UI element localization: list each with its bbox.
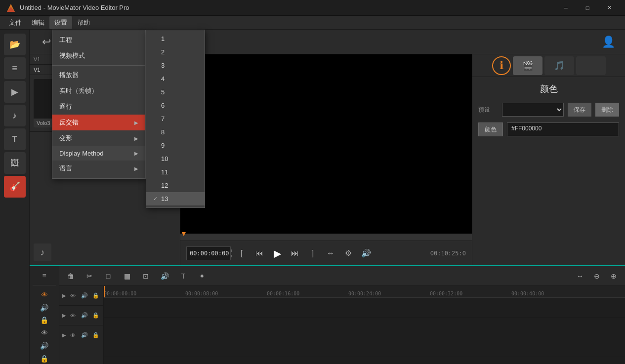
tl-copy-button[interactable]: □	[101, 269, 116, 283]
play-button[interactable]: ▶	[270, 246, 284, 260]
tl-fx-button[interactable]: ✦	[195, 269, 209, 283]
properties-panel: ℹ 🎬 🎵 颜色 预设 保存	[472, 54, 625, 265]
color-swatch-button[interactable]: 颜色	[478, 122, 503, 136]
preset-select[interactable]	[502, 103, 564, 117]
track-row-video-1[interactable]	[104, 298, 625, 318]
timeline-toolbar: 🗑 ✂ □ ▦ ⊡ 🔊 T ✦ ↔ ⊖ ⊕	[59, 266, 625, 286]
sub-item-8[interactable]: 8	[146, 125, 205, 139]
track-lock-icon-2[interactable]: 🔒	[91, 311, 100, 321]
sidebar-item-list[interactable]: ≡	[4, 57, 26, 79]
tl-fit-button[interactable]: ↔	[573, 269, 587, 283]
track-visibility-video-1[interactable]: 👁	[36, 289, 53, 300]
step-forward-button[interactable]: ⏭	[288, 246, 302, 260]
prop-tab-extra[interactable]	[576, 56, 606, 75]
tl-delete-button[interactable]: 🗑	[63, 269, 78, 283]
time-spinner[interactable]: ⬆⬇	[230, 248, 233, 259]
media-label-v1-a: V1	[34, 56, 40, 62]
tl-zoom-in-button[interactable]: ⊕	[606, 269, 621, 283]
tl-cut-button[interactable]: ✂	[82, 269, 97, 283]
track-row-audio-1[interactable]	[104, 337, 625, 357]
dd-video-mode[interactable]: 视频模式	[52, 48, 145, 64]
prop-tab-info[interactable]: ℹ	[492, 56, 511, 75]
track-vis-2[interactable]: 👁	[68, 311, 78, 321]
track-vis-1[interactable]: 👁	[68, 291, 78, 301]
add-media-button[interactable]: ♪	[34, 243, 51, 261]
sidebar-item-effects[interactable]: 🎸	[4, 176, 26, 198]
user-button[interactable]: 👤	[599, 33, 617, 51]
color-value-display[interactable]: #FF000000	[507, 122, 619, 136]
mark-out-button[interactable]: ]	[306, 246, 320, 260]
scrub-bar[interactable]	[180, 238, 472, 241]
sub-item-10[interactable]: 10	[146, 152, 205, 165]
delete-preset-button[interactable]: 删除	[595, 103, 619, 117]
track-lock-video-1[interactable]: 🔊	[36, 302, 53, 313]
settings-button[interactable]: ⚙	[341, 246, 355, 260]
menu-file[interactable]: 文件	[4, 16, 27, 29]
track-lock-2[interactable]: 🔒	[36, 353, 53, 364]
prop-tab-audio[interactable]: 🎵	[544, 56, 574, 75]
playhead	[104, 286, 105, 297]
current-time-display[interactable]: 00:00:00:00 ⬆⬇	[186, 246, 231, 260]
track-visibility-video-2[interactable]: 👁	[36, 327, 53, 338]
track-vis-3[interactable]: 👁	[68, 330, 78, 340]
close-button[interactable]: ✕	[599, 0, 619, 16]
dd-progressive[interactable]: 逐行	[52, 99, 145, 115]
sidebar-item-audio[interactable]: ♪	[4, 105, 26, 126]
sub-item-3[interactable]: 3	[146, 59, 205, 72]
video-fx-icon: 🎬	[522, 60, 533, 71]
timeline-ruler-area[interactable]: 00:00:00:00 00:00:08:00 00:00:16:00 00:0…	[104, 286, 625, 364]
sub-item-6[interactable]: 6	[146, 99, 205, 112]
sidebar-item-folder[interactable]: 📂	[4, 34, 26, 55]
sub-item-12[interactable]: 12	[146, 179, 205, 192]
step-back-button[interactable]: ⏮	[252, 246, 266, 260]
sub-item-5[interactable]: 5	[146, 85, 205, 99]
left-sidebar: 📂 ≡ ▶ ♪ T 🖼 🎸	[0, 30, 30, 364]
tl-volume-button[interactable]: 🔊	[157, 269, 172, 283]
ruler-mark-0: 00:00:00:00	[104, 291, 136, 296]
text-icon: T	[12, 135, 17, 144]
dd-realtime[interactable]: 实时（丢帧）	[52, 83, 145, 99]
track-lock-1[interactable]: 🔒	[36, 315, 53, 325]
sub-item-4[interactable]: 4	[146, 72, 205, 85]
track-lock-icon-1[interactable]: 🔒	[91, 291, 100, 301]
sub-item-7[interactable]: 7	[146, 112, 205, 125]
volume-button[interactable]: 🔊	[359, 246, 373, 260]
sub-item-11[interactable]: 11	[146, 165, 205, 179]
tl-text-button[interactable]: T	[176, 269, 191, 283]
dd-project[interactable]: 工程	[52, 32, 145, 48]
dd-player[interactable]: 播放器	[52, 67, 145, 83]
menu-edit[interactable]: 编辑	[27, 16, 49, 29]
track-lock-icon-3[interactable]: 🔒	[91, 330, 100, 340]
minimize-button[interactable]: ─	[556, 0, 576, 16]
dd-display-method[interactable]: Display Method ▶	[52, 146, 145, 161]
timeline-tools-separator	[33, 285, 56, 285]
fit-button[interactable]: ↔	[324, 246, 337, 260]
sub-item-9[interactable]: 9	[146, 139, 205, 152]
sub-item-1[interactable]: 1	[146, 32, 205, 45]
track-audio-1[interactable]: 🔊	[80, 291, 89, 301]
track-audio-3[interactable]: 🔊	[80, 330, 89, 340]
sidebar-item-video[interactable]: ▶	[4, 81, 26, 103]
track-row-video-2[interactable]	[104, 318, 625, 337]
save-preset-button[interactable]: 保存	[568, 103, 591, 117]
track-video-1-icon: ▶	[62, 293, 66, 298]
menu-settings[interactable]: 设置	[49, 16, 72, 29]
sub-item-2[interactable]: 2	[146, 45, 205, 59]
mark-in-button[interactable]: [	[235, 246, 249, 260]
sub-item-13[interactable]: ✓13	[146, 192, 205, 205]
folder-icon: 📂	[9, 39, 20, 50]
dd-transform[interactable]: 变形 ▶	[52, 130, 145, 146]
tl-paste-button[interactable]: ▦	[120, 269, 134, 283]
menu-help[interactable]: 帮助	[72, 16, 95, 29]
track-lock-video-2[interactable]: 🔊	[36, 340, 53, 351]
dd-deinterlace[interactable]: 反交错 ▶	[52, 115, 145, 130]
sidebar-item-image[interactable]: 🖼	[4, 152, 26, 174]
timeline-tool-1[interactable]: ≡	[36, 270, 53, 281]
tl-trim-button[interactable]: ⊡	[138, 269, 153, 283]
sidebar-item-text[interactable]: T	[4, 128, 26, 150]
tl-zoom-out-button[interactable]: ⊖	[589, 269, 604, 283]
maximize-button[interactable]: □	[578, 0, 597, 16]
track-audio-2[interactable]: 🔊	[80, 311, 89, 321]
dd-language[interactable]: 语言 ▶	[52, 161, 145, 176]
prop-tab-video[interactable]: 🎬	[513, 56, 542, 75]
